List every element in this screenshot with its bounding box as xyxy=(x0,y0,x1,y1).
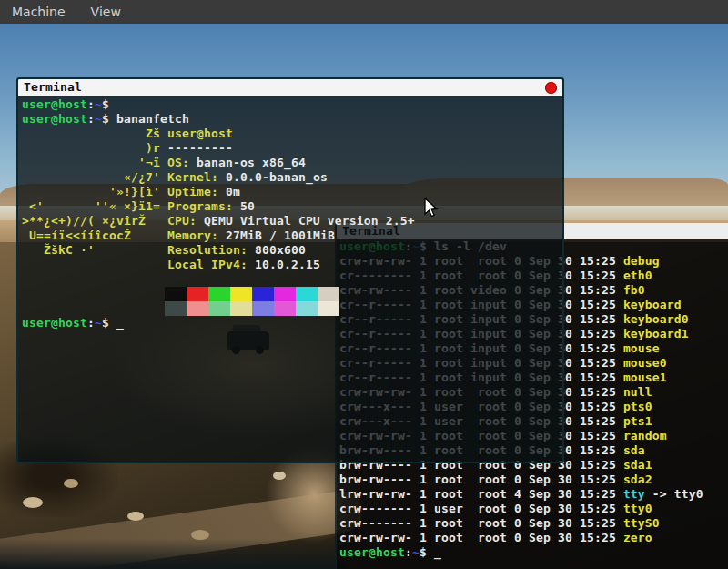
terminal-text: <' ''« ×}ï1= xyxy=(22,199,167,213)
palette-swatch xyxy=(318,301,339,316)
palette-swatch xyxy=(165,301,187,316)
terminal-line: >**¿<+)//( ×¿vîrŽ CPU: QEMU Virtual CPU … xyxy=(22,214,562,229)
terminal-text: Programs: xyxy=(167,199,240,213)
terminal-line: '»!}[ì' Uptime: 0m xyxy=(22,185,562,199)
wallpaper-rock xyxy=(127,512,144,521)
terminal-text: OS: xyxy=(167,156,197,169)
terminal-text: Zš xyxy=(22,127,167,140)
terminal1-window[interactable]: Terminal user@host:~$user@host:~$ bananf… xyxy=(16,77,564,463)
terminal-text: _ xyxy=(434,545,441,559)
terminal-text: brw-rw---- 1 root root 0 Sep 30 15:25 xyxy=(339,472,623,486)
terminal-text: user@host xyxy=(167,127,233,140)
terminal-text: '¬ï xyxy=(22,156,167,169)
terminal-line: crw-rw-rw- 1 root root 0 Sep 30 15:25 ze… xyxy=(339,531,728,545)
palette-swatch xyxy=(230,287,252,301)
terminal-text: $ xyxy=(102,316,116,330)
terminal-text: -> tty0 xyxy=(645,487,703,501)
terminal-text: Uptime: xyxy=(167,185,226,198)
terminal-line: '¬ï OS: banan-os x86_64 xyxy=(22,156,562,170)
terminal-line: brw-rw---- 1 root root 0 Sep 30 15:25 sd… xyxy=(339,472,728,487)
terminal-text: mouse1 xyxy=(623,371,667,384)
terminal-text: 0m xyxy=(226,185,240,198)
terminal-text: keyboard0 xyxy=(623,312,689,326)
terminal-line: «/¿7' Kernel: 0.0.0-banan_os xyxy=(22,170,562,185)
terminal-line: ŽškC ·' Resolution: 800x600 xyxy=(22,243,562,258)
terminal-text: tty xyxy=(623,487,645,501)
terminal-line: lrw-rw-rw- 1 root root 4 Sep 30 15:25 tt… xyxy=(339,487,728,502)
close-button[interactable] xyxy=(545,82,557,94)
terminal-text: Memory: xyxy=(167,229,226,242)
terminal-text: : xyxy=(87,316,95,330)
palette-swatch xyxy=(252,287,274,301)
terminal-text: ~ xyxy=(95,112,102,126)
terminal-text: : xyxy=(87,112,95,126)
terminal-text: fb0 xyxy=(623,283,645,297)
terminal-line: user@host:~$ _ xyxy=(339,545,728,560)
palette-swatch xyxy=(187,287,208,301)
terminal-text: zero xyxy=(623,531,652,544)
terminal-text: ŽškC ·' xyxy=(22,243,167,257)
terminal-text: 0.0.0-banan_os xyxy=(226,170,328,184)
menu-item-view[interactable]: View xyxy=(91,5,121,19)
terminal1-titlebar[interactable]: Terminal xyxy=(18,79,562,96)
palette-swatch xyxy=(274,287,296,301)
terminal-text: sda xyxy=(623,443,645,457)
palette-swatch xyxy=(274,301,296,316)
terminal-text: user@host xyxy=(22,316,87,330)
terminal-text: crw------- 1 user root 0 Sep 30 15:25 xyxy=(339,502,623,515)
terminal-text: banan-os x86_64 xyxy=(197,156,306,169)
terminal-text: crw-rw-rw- 1 root root 0 Sep 30 15:25 xyxy=(339,531,623,544)
terminal-text: U==íï<<ííîcocŽ xyxy=(22,229,167,242)
terminal-line: user@host:~$ xyxy=(22,97,562,112)
terminal-line: <' ''« ×}ï1= Programs: 50 xyxy=(22,199,562,214)
terminal-text: CPU: xyxy=(167,214,204,228)
terminal1-content[interactable]: user@host:~$user@host:~$ bananfetch Zš u… xyxy=(18,96,562,462)
palette-swatch xyxy=(208,301,230,316)
terminal-text: 50 xyxy=(240,199,255,213)
terminal-text: ~ xyxy=(95,97,102,111)
palette-swatch xyxy=(230,301,252,316)
desktop-screen: Machine View Terminal user@host:~$ ls -l… xyxy=(0,0,728,569)
terminal-text: QEMU Virtual CPU version 2.5+ xyxy=(204,214,415,228)
palette-swatch xyxy=(296,287,318,301)
terminal-text xyxy=(22,258,167,271)
terminal-text: null xyxy=(623,385,652,399)
terminal-text: --------- xyxy=(167,141,233,155)
terminal-text: : xyxy=(405,545,412,559)
terminal-line: user@host:~$ bananfetch xyxy=(22,112,562,127)
terminal-text: '»!}[ì' xyxy=(22,185,167,198)
terminal-text: mouse0 xyxy=(623,356,667,370)
terminal-line xyxy=(22,287,562,301)
terminal-text: : xyxy=(87,97,95,111)
terminal-text: «/¿7' xyxy=(22,170,167,184)
terminal-text: tty0 xyxy=(623,502,652,515)
terminal-text: Resolution: xyxy=(167,243,255,257)
terminal-text: crw------- 1 root root 0 Sep 30 15:25 xyxy=(339,516,623,530)
terminal-text: debug xyxy=(623,254,660,268)
wallpaper-rock xyxy=(23,497,43,508)
palette-swatch xyxy=(165,287,187,301)
terminal-text: sda2 xyxy=(623,472,652,486)
terminal-line: crw------- 1 root root 0 Sep 30 15:25 tt… xyxy=(339,516,728,531)
terminal-text: ~ xyxy=(412,545,420,559)
terminal-line xyxy=(22,301,562,316)
terminal-text: ttyS0 xyxy=(623,516,660,530)
palette-swatch xyxy=(252,301,274,316)
menu-item-machine[interactable]: Machine xyxy=(12,5,66,19)
terminal-text: random xyxy=(623,429,667,442)
terminal-text: pts1 xyxy=(623,414,652,428)
terminal-text: _ xyxy=(116,316,124,330)
terminal-line: crw------- 1 user root 0 Sep 30 15:25 tt… xyxy=(339,502,728,516)
terminal-text: Local IPv4: xyxy=(167,258,255,271)
terminal-text: eth0 xyxy=(623,269,652,282)
terminal-text: 800x600 xyxy=(255,243,306,257)
terminal-text: >**¿<+)//( ×¿vîrŽ xyxy=(22,214,167,228)
terminal-text: sda1 xyxy=(623,458,652,472)
wallpaper-shadow xyxy=(0,539,346,569)
mouse-cursor-icon xyxy=(424,198,440,218)
terminal-text: mouse xyxy=(623,341,660,355)
terminal-line: Zš user@host xyxy=(22,127,562,141)
terminal-text: $ xyxy=(102,97,109,111)
terminal-text: Kernel: xyxy=(167,170,226,184)
terminal-text: bananfetch xyxy=(116,112,189,126)
